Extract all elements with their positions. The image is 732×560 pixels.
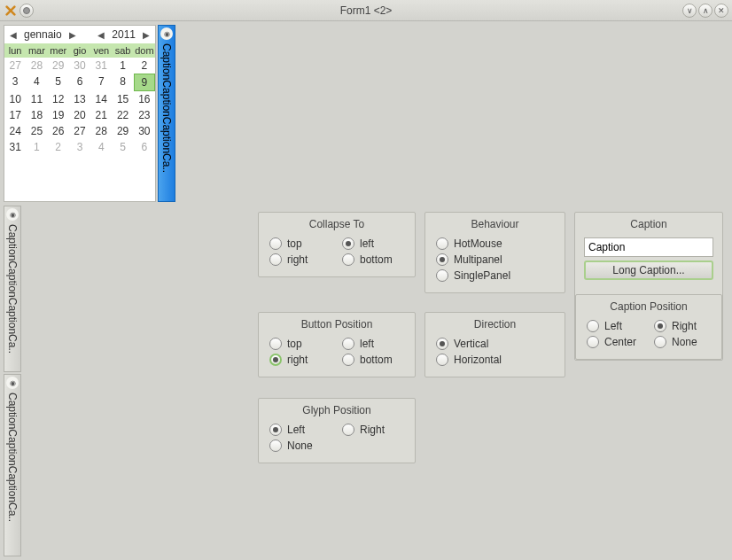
prev-year-icon[interactable]: ◀ bbox=[96, 30, 106, 40]
weekday-cell: lun bbox=[4, 45, 26, 56]
day-cell[interactable]: 6 bbox=[134, 139, 155, 155]
glyph-option-none[interactable]: None bbox=[269, 439, 331, 452]
radio-icon bbox=[342, 237, 354, 250]
day-cell[interactable]: 4 bbox=[26, 74, 47, 91]
radio-label: top bbox=[287, 338, 302, 350]
day-cell[interactable]: 31 bbox=[90, 58, 112, 74]
day-cell[interactable]: 1 bbox=[112, 58, 133, 74]
day-cell[interactable]: 13 bbox=[69, 91, 90, 107]
direction-option-horizontal[interactable]: Horizontal bbox=[436, 354, 554, 366]
day-cell[interactable]: 29 bbox=[48, 58, 69, 74]
day-cell[interactable]: 1 bbox=[26, 139, 47, 155]
buttonpos-option-left[interactable]: left bbox=[342, 338, 404, 350]
day-cell[interactable]: 15 bbox=[112, 91, 133, 107]
next-month-icon[interactable]: ▶ bbox=[67, 30, 78, 40]
radio-icon bbox=[269, 237, 282, 250]
day-cell[interactable]: 30 bbox=[134, 123, 155, 139]
collapse-option-left[interactable]: left bbox=[342, 237, 404, 250]
day-cell[interactable]: 5 bbox=[112, 139, 133, 155]
day-cell[interactable]: 14 bbox=[90, 91, 112, 107]
day-cell[interactable]: 27 bbox=[4, 58, 26, 74]
close-icon[interactable]: ✕ bbox=[714, 4, 728, 18]
day-grid[interactable]: 2728293031123456789101112131415161718192… bbox=[4, 58, 155, 155]
day-cell[interactable]: 25 bbox=[26, 123, 47, 139]
year-label[interactable]: 2011 bbox=[108, 28, 139, 41]
minimize-icon[interactable]: ∨ bbox=[682, 4, 697, 18]
day-cell[interactable]: 17 bbox=[4, 107, 26, 123]
radio-icon bbox=[654, 336, 666, 348]
day-cell[interactable]: 28 bbox=[26, 58, 47, 74]
cappos-option-left[interactable]: Left bbox=[587, 320, 643, 332]
day-cell[interactable]: 18 bbox=[26, 107, 47, 123]
day-cell[interactable]: 21 bbox=[90, 107, 112, 123]
radio-icon bbox=[436, 253, 448, 266]
day-cell[interactable]: 6 bbox=[69, 74, 90, 91]
expand-icon[interactable]: ◉ bbox=[160, 27, 173, 40]
day-cell[interactable]: 4 bbox=[90, 139, 112, 155]
group-title: Caption bbox=[575, 213, 722, 237]
menu-icon[interactable] bbox=[19, 4, 34, 18]
day-cell[interactable]: 12 bbox=[48, 91, 69, 107]
radio-label: Multipanel bbox=[454, 253, 502, 266]
behaviour-option-singlepanel[interactable]: SinglePanel bbox=[436, 269, 554, 282]
day-cell[interactable]: 2 bbox=[134, 58, 155, 74]
month-label[interactable]: gennaio bbox=[20, 28, 66, 41]
day-cell[interactable]: 24 bbox=[4, 123, 26, 139]
day-cell[interactable]: 23 bbox=[134, 107, 155, 123]
cappos-option-none[interactable]: None bbox=[654, 336, 711, 348]
day-cell[interactable]: 10 bbox=[4, 91, 26, 107]
day-cell[interactable]: 16 bbox=[134, 91, 155, 107]
prev-month-icon[interactable]: ◀ bbox=[8, 30, 19, 40]
day-cell[interactable]: 3 bbox=[4, 74, 26, 91]
day-cell[interactable]: 28 bbox=[90, 123, 112, 139]
group-title: Behaviour bbox=[425, 213, 565, 237]
window-title: Form1 <2> bbox=[0, 4, 732, 17]
glyph-option-left[interactable]: Left bbox=[269, 424, 331, 436]
day-cell[interactable]: 5 bbox=[48, 74, 69, 91]
radio-label: Left bbox=[287, 424, 305, 436]
expand-icon[interactable]: ◉ bbox=[6, 208, 19, 221]
day-cell[interactable]: 19 bbox=[48, 107, 69, 123]
buttonpos-option-right[interactable]: right bbox=[269, 354, 331, 366]
behaviour-option-hotmouse[interactable]: HotMouse bbox=[436, 237, 554, 250]
day-cell[interactable]: 31 bbox=[4, 139, 26, 155]
app-icon bbox=[4, 4, 18, 18]
captionbar-calendar[interactable]: ◉ CaptionCaptionCaptionCa.. bbox=[158, 25, 175, 202]
long-caption-button[interactable]: Long Caption... bbox=[584, 261, 713, 280]
day-cell[interactable]: 29 bbox=[112, 123, 133, 139]
captionbar-label: CaptionCaptionCaptionCa.. bbox=[6, 224, 19, 371]
glyph-option-right[interactable]: Right bbox=[342, 424, 404, 436]
collapse-option-top[interactable]: top bbox=[269, 237, 331, 250]
day-cell[interactable]: 2 bbox=[48, 139, 69, 155]
captionbar-side-1[interactable]: ◉ CaptionCaptionCaptionCa.. bbox=[4, 206, 21, 372]
day-cell[interactable]: 26 bbox=[48, 123, 69, 139]
collapse-option-bottom[interactable]: bottom bbox=[342, 253, 404, 266]
cappos-option-right[interactable]: Right bbox=[654, 320, 711, 332]
group-glyph-position: Glyph Position LeftRightNone bbox=[258, 398, 416, 463]
buttonpos-option-bottom[interactable]: bottom bbox=[342, 354, 404, 366]
direction-option-vertical[interactable]: Vertical bbox=[436, 338, 554, 350]
weekday-cell: gio bbox=[69, 45, 90, 56]
day-cell[interactable]: 30 bbox=[69, 58, 90, 74]
day-cell[interactable]: 7 bbox=[90, 74, 112, 91]
group-title: Direction bbox=[425, 313, 565, 338]
expand-icon[interactable]: ◉ bbox=[6, 377, 19, 389]
next-year-icon[interactable]: ▶ bbox=[141, 30, 152, 40]
caption-input[interactable] bbox=[584, 237, 713, 257]
captionbar-side-2[interactable]: ◉ CaptionCaptionCaptionCa.. bbox=[4, 374, 21, 556]
day-cell[interactable]: 22 bbox=[112, 107, 133, 123]
maximize-icon[interactable]: ∧ bbox=[698, 4, 713, 18]
radio-label: Vertical bbox=[454, 338, 488, 350]
radio-label: Right bbox=[360, 424, 385, 436]
day-cell[interactable]: 20 bbox=[69, 107, 90, 123]
collapse-option-right[interactable]: right bbox=[269, 253, 331, 266]
cappos-option-center[interactable]: Center bbox=[587, 336, 643, 348]
day-cell[interactable]: 9 bbox=[134, 74, 155, 91]
day-cell[interactable]: 3 bbox=[69, 139, 90, 155]
weekday-cell: ven bbox=[90, 45, 112, 56]
buttonpos-option-top[interactable]: top bbox=[269, 338, 331, 350]
behaviour-option-multipanel[interactable]: Multipanel bbox=[436, 253, 554, 266]
day-cell[interactable]: 27 bbox=[69, 123, 90, 139]
day-cell[interactable]: 8 bbox=[112, 74, 133, 91]
day-cell[interactable]: 11 bbox=[26, 91, 47, 107]
